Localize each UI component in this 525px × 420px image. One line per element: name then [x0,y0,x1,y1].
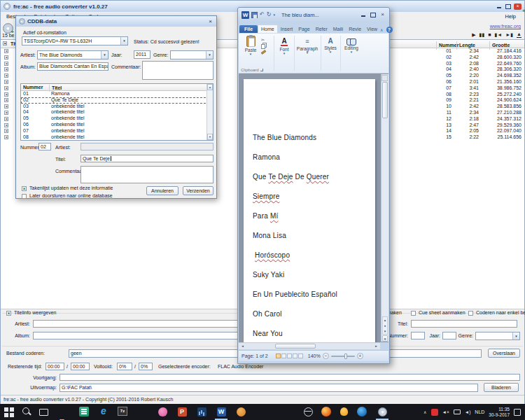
document-line[interactable]: Suky Yaki [253,271,375,290]
tab-review[interactable]: Revie [346,25,364,33]
track-checkbox[interactable] [4,111,8,115]
paint-app-icon[interactable] [157,406,168,417]
select-browse-object-icon[interactable]: ● [384,324,386,328]
fullscreen-view-icon[interactable] [281,354,286,358]
track-checkbox[interactable] [4,86,8,90]
scrollbar-thumb[interactable] [275,344,316,349]
freac-website-link[interactable]: www.freac.org [490,24,521,29]
next-page-icon[interactable]: ▼ [384,330,386,333]
font-group-button[interactable]: A Font ▼ [276,37,293,55]
zoom-slider[interactable] [331,356,355,357]
print-layout-view-icon[interactable] [276,354,281,358]
ruler-toggle-icon[interactable] [382,75,388,81]
track-checkbox[interactable] [4,67,8,71]
close-icon[interactable]: × [379,12,386,18]
track-checkbox[interactable] [4,74,8,78]
titleinfo-checkbox[interactable] [6,311,11,316]
thunderbird-icon[interactable] [356,406,368,417]
horizontal-scrollbar[interactable]: ◄ ► [239,342,380,349]
document-line[interactable]: Near You [253,330,375,342]
cddb-titlebar[interactable]: CDDB-data × [16,16,216,27]
scroll-down-icon[interactable]: ▼ [207,134,213,140]
notifier-app-icon[interactable] [338,406,349,417]
track-checkbox[interactable] [4,55,8,59]
play-icon[interactable]: ▶ [472,32,475,38]
scroll-right-icon[interactable]: ► [373,344,379,349]
track-checkbox[interactable] [4,129,8,133]
column-number[interactable]: Nummer [23,85,43,90]
previous-page-icon[interactable]: ▲ [384,318,386,322]
document-line[interactable]: En Un Pueblecito Español [253,290,375,310]
document-line[interactable]: Horóscopo [253,251,375,271]
notes-app-icon[interactable] [78,406,90,417]
word-titlebar[interactable]: W ↶ ↻ ▾ The bleu diam... × [238,8,389,22]
update-joblist-checkbox[interactable] [22,186,27,191]
document-line[interactable]: Siempre [253,192,375,212]
tab-page-layout[interactable]: Page [295,25,312,33]
word-taskbar-icon[interactable]: W [216,406,227,417]
volume-icon[interactable]: ◄) [465,410,471,414]
task-view-icon[interactable] [38,406,49,417]
globe-app-icon[interactable] [302,406,314,417]
add-cd-icon[interactable] [3,23,13,34]
save-icon[interactable] [251,12,258,18]
antivirus-tray-icon[interactable] [431,409,438,416]
chevron-down-icon[interactable]: ▼ [512,332,519,340]
chevron-down-icon[interactable]: ▼ [120,37,127,45]
document-line[interactable]: Para Mí [253,212,375,232]
cddb-track-row[interactable]: 05onbekende titel [21,115,213,122]
undo-icon[interactable]: ↶ [260,11,265,18]
track-title-field[interactable]: Que Te Deje [80,155,214,162]
previous-track-icon[interactable]: ▮◄ [495,32,503,38]
tab-view[interactable]: View [364,25,380,33]
drive-combo[interactable]: TSSTcorpDVD+-RW TS-L632H ▼ [22,36,128,46]
utility-app-icon[interactable] [235,406,246,417]
language-indicator[interactable]: NLD [475,410,484,414]
zoom-slider-thumb[interactable] [344,354,347,359]
search-icon[interactable] [21,406,32,417]
track-comment-textarea[interactable] [80,166,214,183]
zoom-out-icon[interactable]: − [323,353,329,359]
vertical-scrollbar[interactable]: ▲ ▲ ● ▼ ▼ [381,74,388,342]
year-field[interactable]: 2011 [134,50,150,59]
cuesheet-checkbox[interactable] [411,311,416,316]
format-painter-icon[interactable] [261,50,266,54]
page-indicator[interactable]: Page: 1 of 2 [241,354,268,358]
7zip-icon[interactable]: 7z [118,407,127,416]
document-page[interactable]: The Blue DiamondsRamonaQue Te Deje De Qu… [244,79,375,342]
tab-home[interactable]: Home [258,24,278,33]
document-line[interactable]: Oh Carol [253,310,375,330]
chevron-down-icon[interactable]: ▼ [101,51,108,59]
cddb-track-row[interactable]: 07onbekende titel [21,128,213,134]
photos-app-icon[interactable] [196,406,207,417]
scroll-up-icon[interactable]: ▲ [207,84,213,90]
hidden-icons-chevron[interactable]: ∧ [424,410,426,414]
restore-icon[interactable] [505,4,511,10]
paragraph-group-button[interactable]: ≡ Paragraph ▼ [295,37,319,55]
web-layout-view-icon[interactable] [287,354,292,358]
track-checkbox[interactable] [4,104,8,108]
editing-group-button[interactable]: Editing ▼ [342,37,361,54]
copy-icon[interactable] [261,44,265,49]
document-line[interactable]: Ramona [253,153,375,173]
genre-combo[interactable]: ▼ [170,50,214,59]
eject-icon[interactable]: ▲ [517,32,522,38]
artist-combo[interactable]: The Blue Diamonds ▼ [37,50,108,59]
cddb-table-header[interactable]: Nummer Titel [21,84,213,91]
chevron-down-icon[interactable]: ▼ [206,51,213,59]
clock[interactable]: 11:35 30-9-2017 [489,407,510,418]
track-checkbox[interactable] [4,135,8,139]
collapse-ribbon-icon[interactable]: ∧ [380,27,383,32]
start-button-icon[interactable] [4,406,15,417]
network-icon[interactable] [454,410,461,414]
zoom-in-icon[interactable]: + [357,353,363,359]
next-track-icon[interactable]: ►▮ [505,32,513,38]
track-checkbox[interactable] [4,98,8,102]
table-scrollbar[interactable]: ▲ ▼ [206,84,213,140]
minimize-icon[interactable] [360,12,366,18]
tracknumber-field[interactable] [411,332,425,340]
tab-file[interactable]: File [239,25,258,33]
track-checkbox[interactable] [4,49,8,53]
cddb-track-row[interactable]: 02Que Te Deje [21,97,213,104]
cddb-track-row[interactable]: 04onbekende titel [21,109,213,115]
